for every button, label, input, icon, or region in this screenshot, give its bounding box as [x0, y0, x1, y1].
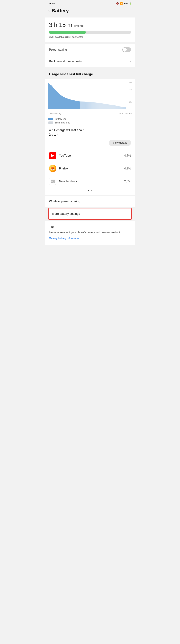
- power-saving-row[interactable]: Power saving: [45, 44, 135, 56]
- tip-card: Tip Learn more about your phone's batter…: [45, 221, 135, 245]
- chart-y-labels: 100 85 0%: [128, 82, 132, 103]
- legend-battery-label: Battery use: [55, 118, 66, 120]
- dot-1: [88, 190, 89, 191]
- status-time: 21:58: [48, 2, 55, 5]
- wireless-power-sharing-row[interactable]: Wireless power sharing: [45, 194, 135, 207]
- chart-time-row: 15 h 59 m ago 22 h 12 m left: [48, 112, 132, 116]
- app-pct-youtube: 4,7%: [124, 154, 131, 158]
- status-bar: 21:58 🔇 📶 45% 🔋: [45, 0, 135, 6]
- tip-title: Tip: [49, 225, 131, 228]
- app-pct-firefox: 4,2%: [124, 167, 131, 170]
- app-name-youtube: YouTube: [59, 154, 122, 158]
- app-name-googlenews: Google News: [59, 180, 122, 183]
- view-details-row: View details: [45, 138, 135, 149]
- legend-battery-use: Battery use: [48, 118, 132, 120]
- legend-gray-dot: [48, 122, 53, 124]
- chart-time-right: 22 h 12 m left: [118, 112, 132, 115]
- power-saving-toggle[interactable]: [122, 47, 131, 52]
- background-usage-label: Background usage limits: [49, 60, 82, 63]
- app-row-googlenews[interactable]: 📰 Google News 2,5%: [49, 175, 131, 188]
- page-dots: [45, 188, 135, 194]
- chart-area: 100 85 0% 15 h 59: [45, 79, 135, 127]
- app-row-firefox[interactable]: 🦊 Firefox 4,2%: [49, 162, 131, 175]
- legend-estimated-label: Estimated time: [55, 121, 70, 124]
- toggle-knob: [123, 48, 127, 52]
- background-usage-row[interactable]: Background usage limits ›: [45, 56, 135, 67]
- charge-time: 3 h 15 m until full: [49, 22, 131, 28]
- charge-info-card: 3 h 15 m until full 45% available (USB c…: [45, 18, 135, 42]
- wireless-power-sharing-label: Wireless power sharing: [49, 200, 80, 203]
- chart-container: 100 85 0%: [48, 82, 132, 112]
- mute-icon: 🔇: [116, 2, 119, 5]
- chart-legend: Battery use Estimated time: [48, 116, 132, 127]
- status-right: 🔇 📶 45% 🔋: [116, 2, 132, 5]
- page-header: ‹ Battery: [45, 6, 135, 16]
- galaxy-battery-info-link[interactable]: Galaxy battery information: [49, 237, 80, 240]
- background-usage-chevron: ›: [130, 60, 131, 63]
- usage-section-title: Usage since last full charge: [45, 68, 135, 79]
- app-list: YouTube 4,7% 🦊 Firefox 4,2% 📰 Google New…: [45, 149, 135, 188]
- battery-pct: 45%: [124, 2, 128, 5]
- tip-text: Learn more about your phone's battery an…: [49, 230, 131, 234]
- battery-bar: [49, 31, 131, 34]
- full-charge-text: A full charge will last about 2 d 1 h: [45, 127, 135, 138]
- youtube-icon: [49, 152, 56, 159]
- back-button[interactable]: ‹: [48, 8, 50, 13]
- firefox-icon: 🦊: [49, 165, 56, 172]
- page-title: Battery: [52, 8, 69, 14]
- legend-estimated-time: Estimated time: [48, 121, 132, 124]
- chart-time-left: 15 h 59 m ago: [48, 112, 62, 115]
- more-battery-settings-button[interactable]: More battery settings: [48, 208, 132, 220]
- app-row-youtube[interactable]: YouTube 4,7%: [49, 149, 131, 162]
- youtube-play-icon: [51, 154, 54, 157]
- app-pct-googlenews: 2,5%: [124, 180, 131, 183]
- wifi-icon: 📶: [120, 2, 123, 5]
- dot-2: [91, 190, 92, 191]
- battery-status-text: 45% available (USB connected): [49, 36, 131, 38]
- legend-blue-dot: [48, 118, 53, 120]
- battery-bar-fill: [49, 31, 86, 34]
- googlenews-icon: 📰: [49, 178, 56, 185]
- power-saving-label: Power saving: [49, 48, 67, 52]
- battery-icon: 🔋: [129, 2, 132, 5]
- battery-chart: [48, 82, 132, 112]
- app-name-firefox: Firefox: [59, 167, 122, 170]
- full-charge-duration: 2 d 1 h: [49, 133, 58, 136]
- view-details-button[interactable]: View details: [109, 140, 131, 146]
